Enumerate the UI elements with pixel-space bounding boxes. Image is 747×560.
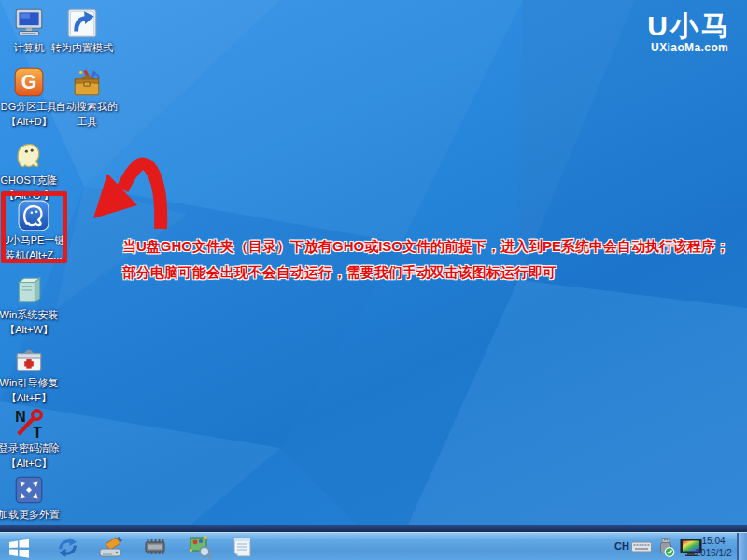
desktop-icon-load-external[interactable]: 加载更多外置 — [0, 473, 58, 522]
diskgenius-icon: G — [12, 65, 46, 99]
tray-usb-button[interactable] — [655, 535, 677, 559]
windows-logo-icon — [7, 535, 31, 559]
icon-label: 计算机 — [14, 42, 45, 55]
taskbar-top-shadow — [0, 525, 747, 532]
icon-label: 【Alt+C】 — [6, 457, 51, 470]
icon-label: Win引导修复 — [0, 377, 58, 390]
toolbox-icon — [70, 65, 104, 99]
memory-chip-icon — [143, 535, 167, 559]
icon-label: GHOST克隆 — [0, 175, 57, 188]
taskbar: CH — [0, 532, 747, 560]
expand-arrows-icon — [12, 473, 46, 507]
tray-clock[interactable]: 15:04 2016/1/2 — [692, 535, 735, 559]
icon-label: 加载更多外置 — [0, 509, 60, 522]
desktop-icon-password-clear[interactable]: N T 登录密码清除 【Alt+C】 — [0, 407, 58, 469]
icon-label: DG分区工具 — [1, 101, 58, 114]
clock-date: 2016/1/2 — [692, 547, 735, 559]
language-indicator[interactable]: CH — [614, 540, 629, 552]
repair-kit-icon — [12, 342, 46, 375]
desktop-icon-win-bootfix[interactable]: Win引导修复 【Alt+F】 — [0, 342, 58, 404]
icon-label: 转为内置模式 — [51, 42, 113, 55]
paint-magnifier-icon — [188, 535, 212, 559]
notepad-icon — [230, 535, 254, 559]
logo-title: U小马 — [647, 11, 732, 41]
start-button[interactable] — [6, 535, 32, 559]
clock-time: 15:04 — [692, 535, 735, 547]
icon-label: Win系统安装 — [0, 309, 58, 322]
annotation-line-1: 当U盘GHO文件夹（目录）下放有GHO或ISO文件的前提下，进入到PE系统中会自… — [122, 233, 729, 259]
desktop-icon-win-install[interactable]: Win系统安装 【Alt+W】 — [0, 273, 58, 336]
keyboard-icon — [631, 539, 652, 555]
svg-text:N: N — [15, 409, 25, 425]
desktop-icon-switch-mode[interactable]: 转为内置模式 — [52, 7, 112, 55]
install-box-icon — [12, 273, 46, 307]
desktop-icon-diskgenius[interactable]: G DG分区工具 【Alt+D】 — [0, 65, 58, 128]
disk-brush-icon — [98, 535, 122, 559]
taskbar-memory-button[interactable] — [142, 535, 168, 559]
logo-subtitle: UXiaoMa.com — [647, 41, 732, 54]
svg-text:T: T — [33, 425, 42, 441]
desktop-icon-toolbox[interactable]: 自动搜索我的 工具 — [57, 65, 117, 128]
icon-label: 登录密码清除 — [0, 442, 60, 455]
tray-keyboard-button[interactable] — [630, 535, 653, 559]
svg-text:G: G — [21, 71, 36, 92]
annotation-line-2: 部分电脑可能会出现不会自动运行，需要我们手动双击该图标运行即可 — [122, 259, 729, 286]
shortcut-arrow-icon — [65, 7, 99, 40]
arrow-annotation — [56, 140, 187, 243]
icon-label: 【Alt+F】 — [7, 392, 51, 405]
show-desktop-button[interactable] — [737, 533, 747, 560]
ghost-icon — [12, 139, 46, 173]
refresh-icon — [56, 536, 79, 559]
icon-label: 【Alt+W】 — [5, 324, 53, 337]
icon-label: 【Alt+D】 — [6, 116, 51, 129]
taskbar-paint-tool-button[interactable] — [187, 535, 213, 559]
icon-label: 工具 — [77, 116, 97, 129]
uxiaoma-logo: U小马 UXiaoMa.com — [647, 11, 732, 54]
usb-device-icon — [656, 537, 675, 558]
annotation-text: 当U盘GHO文件夹（目录）下放有GHO或ISO文件的前提下，进入到PE系统中会自… — [122, 233, 729, 286]
desktop-background: U小马 UXiaoMa.com 计算机 转为内置模式 G — [0, 0, 747, 560]
icon-label: 自动搜索我的 — [56, 101, 118, 114]
taskbar-refresh-button[interactable] — [54, 535, 80, 559]
desktop-icon-computer[interactable]: 计算机 — [0, 7, 58, 55]
nt-key-icon: N T — [12, 407, 46, 441]
computer-icon — [12, 7, 46, 40]
taskbar-disk-cleanup-button[interactable] — [97, 535, 123, 559]
taskbar-notepad-button[interactable] — [229, 535, 255, 559]
